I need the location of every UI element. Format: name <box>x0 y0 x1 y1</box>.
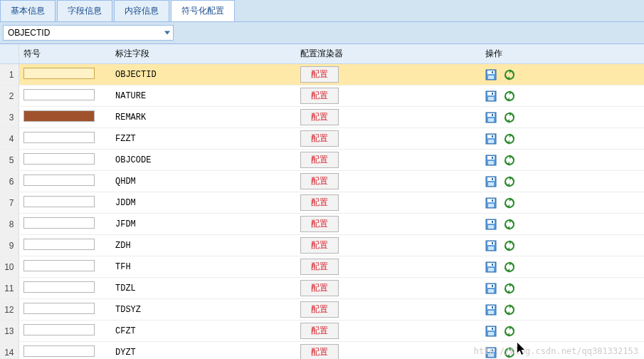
data-grid: 符号 标注字段 配置渲染器 操作 1OBJECTID配置2NATURE配置3RE… <box>0 44 644 359</box>
refresh-icon[interactable] <box>504 90 515 102</box>
symbol-cell[interactable] <box>19 192 111 214</box>
table-row[interactable]: 3REMARK配置 <box>0 107 644 128</box>
symbol-cell[interactable] <box>19 64 111 85</box>
refresh-icon[interactable] <box>504 133 515 145</box>
save-icon[interactable] <box>485 326 497 337</box>
symbol-cell[interactable] <box>19 235 111 256</box>
save-icon[interactable] <box>485 304 497 316</box>
config-button[interactable]: 配置 <box>300 66 339 83</box>
config-button[interactable]: 配置 <box>300 280 339 296</box>
symbol-cell[interactable] <box>19 85 111 107</box>
symbol-cell[interactable] <box>19 150 111 171</box>
col-header-symbol[interactable]: 符号 <box>19 44 111 64</box>
svg-rect-49 <box>487 327 495 331</box>
refresh-icon[interactable] <box>504 283 515 294</box>
refresh-icon[interactable] <box>504 261 515 273</box>
table-row[interactable]: 14DYZT配置 <box>0 342 644 360</box>
table-row[interactable]: 1OBJECTID配置 <box>0 64 644 85</box>
renderer-cell: 配置 <box>296 299 481 321</box>
save-icon[interactable] <box>485 283 497 294</box>
col-header-action[interactable]: 操作 <box>481 44 644 64</box>
tab[interactable]: 基本信息 <box>0 0 56 21</box>
config-button[interactable]: 配置 <box>300 194 339 211</box>
config-button[interactable]: 配置 <box>300 344 339 359</box>
symbol-swatch[interactable] <box>23 89 95 100</box>
table-row[interactable]: 4FZZT配置 <box>0 128 644 150</box>
svg-rect-18 <box>488 161 494 165</box>
symbol-cell[interactable] <box>19 278 111 299</box>
save-icon[interactable] <box>485 90 497 102</box>
tab[interactable]: 内容信息 <box>114 0 169 21</box>
table-row[interactable]: 10TFH配置 <box>0 256 644 278</box>
table-row[interactable]: 11TDZL配置 <box>0 278 644 299</box>
config-button[interactable]: 配置 <box>300 109 339 125</box>
save-icon[interactable] <box>485 69 497 80</box>
table-row[interactable]: 8JFDM配置 <box>0 214 644 235</box>
symbol-cell[interactable] <box>19 299 111 321</box>
save-icon[interactable] <box>485 240 497 251</box>
tab[interactable]: 字段信息 <box>57 0 112 21</box>
config-button[interactable]: 配置 <box>300 152 339 168</box>
config-button[interactable]: 配置 <box>300 216 339 232</box>
save-icon[interactable] <box>485 112 497 123</box>
refresh-icon[interactable] <box>504 69 515 80</box>
col-header-label[interactable]: 标注字段 <box>111 44 296 64</box>
symbol-cell[interactable] <box>19 214 111 235</box>
symbol-swatch[interactable] <box>23 281 95 293</box>
symbol-swatch[interactable] <box>23 68 95 79</box>
symbol-swatch[interactable] <box>23 196 95 207</box>
refresh-icon[interactable] <box>504 197 515 209</box>
svg-rect-13 <box>487 135 495 138</box>
table-row[interactable]: 7JDDM配置 <box>0 192 644 214</box>
save-icon[interactable] <box>485 347 497 358</box>
save-icon[interactable] <box>485 197 497 209</box>
symbol-swatch[interactable] <box>23 324 95 335</box>
table-row[interactable]: 5OBJCODE配置 <box>0 150 644 171</box>
save-icon[interactable] <box>485 176 497 187</box>
config-button[interactable]: 配置 <box>300 88 339 104</box>
renderer-cell: 配置 <box>296 85 481 107</box>
action-cell <box>481 192 644 214</box>
refresh-icon[interactable] <box>504 304 515 316</box>
config-button[interactable]: 配置 <box>300 301 339 318</box>
symbol-cell[interactable] <box>19 321 111 342</box>
config-button[interactable]: 配置 <box>300 323 339 339</box>
config-button[interactable]: 配置 <box>300 130 339 147</box>
field-dropdown[interactable]: OBJECTID <box>3 25 174 41</box>
refresh-icon[interactable] <box>504 326 515 337</box>
symbol-swatch[interactable] <box>23 260 95 271</box>
symbol-cell[interactable] <box>19 256 111 278</box>
symbol-swatch[interactable] <box>23 303 95 314</box>
save-icon[interactable] <box>485 219 497 230</box>
symbol-swatch[interactable] <box>23 132 95 143</box>
config-button[interactable]: 配置 <box>300 237 339 254</box>
col-header-renderer[interactable]: 配置渲染器 <box>296 44 481 64</box>
config-button[interactable]: 配置 <box>300 173 339 189</box>
refresh-icon[interactable] <box>504 347 515 358</box>
refresh-icon[interactable] <box>504 219 515 230</box>
table-row[interactable]: 13CFZT配置 <box>0 321 644 342</box>
symbol-swatch[interactable] <box>23 175 95 186</box>
symbol-swatch[interactable] <box>23 153 95 165</box>
symbol-swatch[interactable] <box>23 217 95 229</box>
tab[interactable]: 符号化配置 <box>171 0 235 21</box>
refresh-icon[interactable] <box>504 176 515 187</box>
table-row[interactable]: 12TDSYZ配置 <box>0 299 644 321</box>
symbol-cell[interactable] <box>19 342 111 360</box>
symbol-cell[interactable] <box>19 171 111 192</box>
save-icon[interactable] <box>485 133 497 145</box>
refresh-icon[interactable] <box>504 155 515 166</box>
table-row[interactable]: 6QHDM配置 <box>0 171 644 192</box>
symbol-swatch[interactable] <box>23 110 95 122</box>
refresh-icon[interactable] <box>504 112 515 123</box>
refresh-icon[interactable] <box>504 240 515 251</box>
symbol-swatch[interactable] <box>23 345 95 357</box>
symbol-cell[interactable] <box>19 128 111 150</box>
table-row[interactable]: 9ZDH配置 <box>0 235 644 256</box>
save-icon[interactable] <box>485 155 497 166</box>
table-row[interactable]: 2NATURE配置 <box>0 85 644 107</box>
config-button[interactable]: 配置 <box>300 259 339 275</box>
symbol-cell[interactable] <box>19 107 111 128</box>
save-icon[interactable] <box>485 261 497 273</box>
symbol-swatch[interactable] <box>23 239 95 250</box>
